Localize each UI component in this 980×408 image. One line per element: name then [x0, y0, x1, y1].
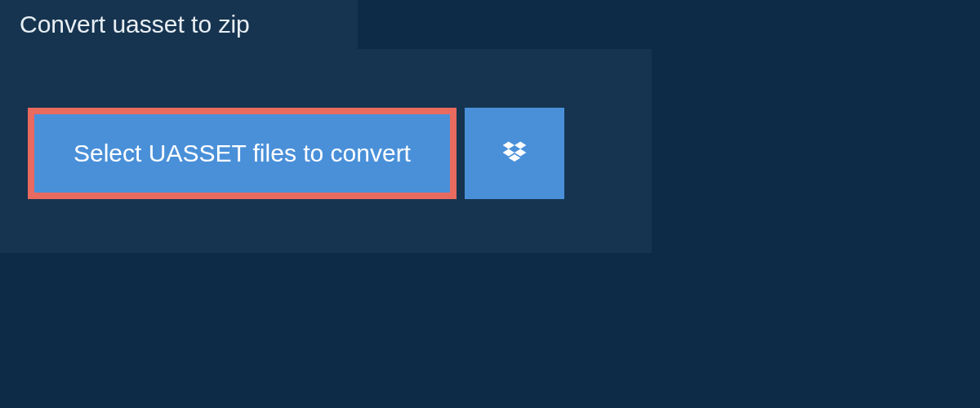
button-row: Select UASSET files to convert — [28, 108, 564, 199]
select-files-label: Select UASSET files to convert — [74, 140, 411, 167]
tab-convert[interactable]: Convert uasset to zip — [0, 0, 358, 49]
converter-panel: Convert uasset to zip Select UASSET file… — [0, 49, 652, 253]
dropbox-icon — [500, 139, 529, 168]
tab-title: Convert uasset to zip — [20, 11, 250, 38]
dropbox-button[interactable] — [465, 108, 564, 199]
select-files-button[interactable]: Select UASSET files to convert — [28, 108, 457, 199]
